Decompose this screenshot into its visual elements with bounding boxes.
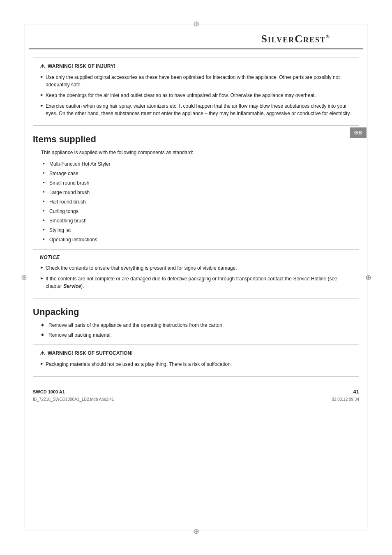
warning-suffocation-title-text: WARNING! RISK OF SUFFOCATION! xyxy=(48,350,133,356)
warning-injury-item-3: Exercise caution when using hair spray, … xyxy=(40,102,352,117)
warning-suffocation-box: ⚠ WARNING! RISK OF SUFFOCATION! Packagin… xyxy=(33,345,359,377)
items-supplied-list: Multi-Function Hot Air Styler Storage ca… xyxy=(33,160,359,243)
item-7: Smoothing brush xyxy=(41,217,359,224)
print-info-left: IB_72216_SWCD1000A1_LB2.indb Abs2:41 xyxy=(33,397,114,402)
warning-injury-box: ⚠ WARNING! RISK OF INJURY! Use only the … xyxy=(33,58,359,126)
warning-injury-list: Use only the supplied original accessori… xyxy=(40,74,352,117)
print-info-right: 02.03.12 09:34 xyxy=(332,397,359,402)
warning-injury-item-1: Use only the supplied original accessori… xyxy=(40,74,352,88)
items-supplied-intro: This appliance is supplied with the foll… xyxy=(33,149,359,156)
item-3: Small round brush xyxy=(41,179,359,187)
notice-item-1: Check the contents to ensure that everyt… xyxy=(40,264,352,272)
crosshair-top: ⊕ xyxy=(192,20,200,28)
footer-model: SWCD 1000 A1 xyxy=(33,389,65,394)
item-5: Half round brush xyxy=(41,198,359,206)
notice-list: Check the contents to ensure that everyt… xyxy=(40,264,352,290)
footer-page: 41 xyxy=(353,388,359,395)
footer: SWCD 1000 A1 41 xyxy=(33,385,359,395)
warning-injury-title-text: WARNING! RISK OF INJURY! xyxy=(48,63,115,69)
unpacking-item-2: Remove all packing material. xyxy=(41,331,359,339)
warning-suffocation-item-1: Packaging materials should not be used a… xyxy=(40,361,352,368)
notice-service-italic: Service xyxy=(63,283,81,289)
warning-suffocation-triangle-icon: ⚠ xyxy=(40,350,45,356)
crosshair-right: ⊕ xyxy=(364,273,372,282)
main-content: ⚠ WARNING! RISK OF INJURY! Use only the … xyxy=(33,49,359,377)
gb-tab: GB xyxy=(350,127,367,138)
notice-item-2: If the contents are not complete or are … xyxy=(40,275,352,290)
unpacking-list: Remove all parts of the appliance and th… xyxy=(33,321,359,339)
item-1: Multi-Function Hot Air Styler xyxy=(41,160,359,168)
item-6: Curling tongs xyxy=(41,208,359,215)
warning-suffocation-title: ⚠ WARNING! RISK OF SUFFOCATION! xyxy=(40,350,352,356)
brand-name: SilverCrest® xyxy=(261,33,330,45)
item-2: Storage case xyxy=(41,170,359,177)
item-4: Large round brush xyxy=(41,189,359,196)
items-supplied-heading: Items supplied xyxy=(33,134,359,145)
item-9: Operating instructions xyxy=(41,236,359,243)
crosshair-bottom: ⊕ xyxy=(192,527,200,535)
unpacking-item-1: Remove all parts of the appliance and th… xyxy=(41,321,359,329)
item-8: Styling jet xyxy=(41,227,359,234)
print-info: IB_72216_SWCD1000A1_LB2.indb Abs2:41 02.… xyxy=(33,397,359,402)
notice-title: NOTICE xyxy=(40,254,352,260)
unpacking-heading: Unpacking xyxy=(33,307,359,317)
notice-box: NOTICE Check the contents to ensure that… xyxy=(33,249,359,298)
warning-injury-title: ⚠ WARNING! RISK OF INJURY! xyxy=(40,63,352,69)
crosshair-left: ⊕ xyxy=(20,273,28,282)
warning-triangle-icon: ⚠ xyxy=(40,63,45,69)
warning-injury-item-2: Keep the openings for the air inlet and … xyxy=(40,92,352,99)
brand-reg: ® xyxy=(326,34,330,39)
warning-suffocation-list: Packaging materials should not be used a… xyxy=(40,361,352,368)
